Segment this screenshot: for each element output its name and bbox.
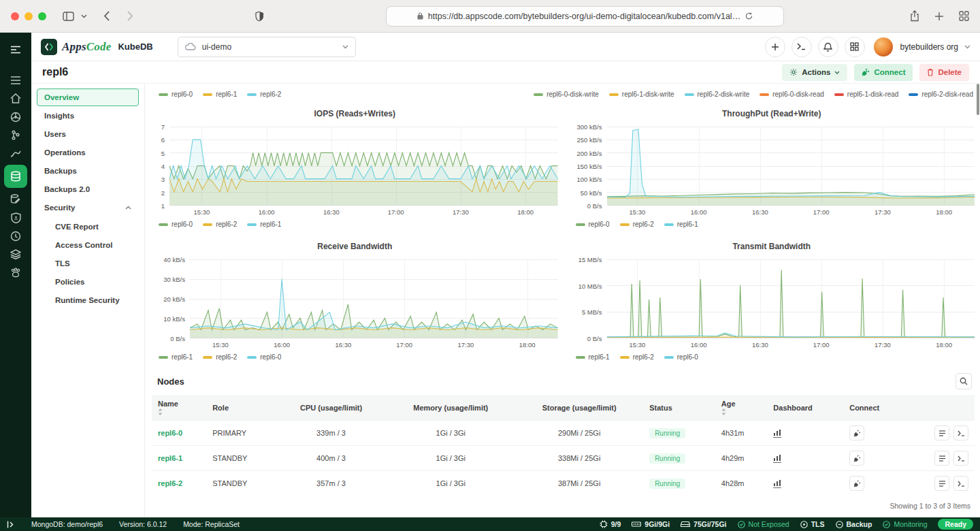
- org-name[interactable]: bytebuilders org: [900, 42, 958, 52]
- search-button[interactable]: [956, 373, 972, 389]
- column-header-name[interactable]: Name: [152, 395, 206, 421]
- connect-plug-button[interactable]: [849, 425, 864, 440]
- legend-item[interactable]: repl6-2-disk-read: [909, 91, 973, 98]
- legend-item[interactable]: repl6-2: [203, 353, 237, 361]
- rail-item-discovery[interactable]: [0, 227, 31, 245]
- dashboard-chart-icon[interactable]: [773, 454, 781, 463]
- new-tab-icon[interactable]: [934, 12, 944, 21]
- rail-item-database-current[interactable]: [4, 165, 27, 188]
- rail-item-security[interactable]: [0, 208, 31, 227]
- legend-item[interactable]: repl6-1: [247, 221, 281, 228]
- legend-item[interactable]: repl6-0-disk-write: [534, 91, 599, 98]
- sidebar-item-backups-2[interactable]: Backups 2.0: [37, 180, 139, 198]
- minimize-window-button[interactable]: [24, 12, 33, 20]
- menu-toggle-icon[interactable]: [0, 40, 31, 59]
- node-name-link[interactable]: repl6-2: [158, 479, 182, 487]
- legend-item[interactable]: repl6-0: [159, 221, 193, 228]
- chevron-down-icon[interactable]: [964, 45, 970, 49]
- sidebar-item-runtime-security[interactable]: Runtime Security: [37, 291, 139, 309]
- legend-item[interactable]: repl6-1: [159, 353, 193, 361]
- column-header-age[interactable]: Age: [715, 395, 768, 421]
- connect-plug-button[interactable]: [849, 476, 864, 491]
- column-header-status[interactable]: Status: [643, 395, 715, 421]
- apps-grid-button[interactable]: [845, 37, 865, 57]
- rail-item-kubernetes[interactable]: [0, 108, 31, 126]
- sidebar-item-overview[interactable]: Overview: [37, 88, 139, 106]
- address-bar[interactable]: https://db.appscode.com/bytebuilders-org…: [386, 6, 784, 27]
- legend-item[interactable]: repl6-0: [247, 353, 281, 361]
- column-header-dashboard[interactable]: Dashboard: [767, 395, 843, 421]
- node-name-link[interactable]: repl6-0: [158, 429, 182, 437]
- column-header-memory[interactable]: Memory (usage/limit): [386, 395, 515, 421]
- brand[interactable]: AppsCode KubeDB: [41, 39, 153, 55]
- legend-item[interactable]: repl6-2: [620, 221, 654, 228]
- column-header-cpu[interactable]: CPU (usage/limit): [276, 395, 387, 421]
- sidebar-item-backups[interactable]: Backups: [37, 162, 139, 180]
- notifications-bell-button[interactable]: [818, 37, 838, 57]
- connect-plug-button[interactable]: [849, 451, 864, 466]
- scrollbar-thumb[interactable]: [977, 84, 979, 115]
- logs-button[interactable]: [934, 425, 949, 440]
- zoom-window-button[interactable]: [38, 12, 46, 20]
- sidebar-item-cve-report[interactable]: CVE Report: [37, 217, 139, 236]
- forward-button[interactable]: [127, 11, 133, 21]
- shell-button[interactable]: [953, 476, 968, 491]
- sidebar-item-users[interactable]: Users: [37, 125, 139, 143]
- legend-item[interactable]: repl6-0: [159, 91, 193, 98]
- logs-button[interactable]: [934, 476, 949, 491]
- org-avatar[interactable]: [874, 37, 893, 57]
- column-header-storage[interactable]: Storage (usage/limit): [515, 395, 643, 421]
- legend-item[interactable]: repl6-1-disk-write: [609, 91, 674, 98]
- shell-button[interactable]: [953, 451, 968, 466]
- legend-item[interactable]: repl6-2: [620, 353, 654, 361]
- legend-item[interactable]: repl6-2-disk-write: [685, 91, 750, 98]
- sidebar-toggle-icon[interactable]: [63, 12, 74, 21]
- close-window-button[interactable]: [11, 12, 19, 20]
- sort-icon[interactable]: [158, 408, 200, 415]
- chevron-down-icon[interactable]: [81, 14, 87, 18]
- legend-item[interactable]: repl6-1: [203, 91, 237, 98]
- legend-item[interactable]: repl6-0: [576, 221, 610, 228]
- rail-item-workloads[interactable]: [0, 126, 31, 144]
- shell-button[interactable]: [953, 425, 968, 440]
- dashboard-chart-icon[interactable]: [773, 429, 781, 438]
- legend-item[interactable]: repl6-0-disk-read: [760, 91, 824, 98]
- create-button[interactable]: [765, 37, 785, 57]
- rail-item-apps[interactable]: [0, 263, 31, 282]
- rail-item-home[interactable]: [0, 89, 31, 108]
- actions-button[interactable]: Actions: [782, 64, 847, 81]
- back-button[interactable]: [103, 11, 110, 21]
- legend-item[interactable]: repl6-1: [576, 353, 610, 361]
- dashboard-chart-icon[interactable]: [773, 479, 781, 488]
- reload-icon[interactable]: [745, 12, 753, 20]
- legend-item[interactable]: repl6-1-disk-read: [834, 91, 899, 98]
- sidebar-item-policies[interactable]: Policies: [37, 272, 139, 291]
- privacy-shield-icon[interactable]: [255, 11, 264, 22]
- connect-button[interactable]: Connect: [854, 64, 913, 81]
- column-header-role[interactable]: Role: [206, 395, 276, 421]
- sidebar-item-insights[interactable]: Insights: [37, 107, 139, 125]
- column-header-connect[interactable]: Connect: [843, 395, 906, 421]
- terminal-button[interactable]: [791, 37, 812, 57]
- sidebar-item-tls[interactable]: TLS: [37, 254, 139, 272]
- rail-item-metrics[interactable]: [0, 144, 31, 163]
- sort-icon[interactable]: [721, 408, 762, 415]
- rail-item-databases[interactable]: [0, 71, 31, 89]
- legend-item[interactable]: repl6-2: [247, 91, 281, 98]
- sidebar-item-security[interactable]: Security: [37, 199, 139, 216]
- legend-swatch: [203, 223, 212, 226]
- legend-item[interactable]: repl6-0: [664, 353, 698, 361]
- panel-expand-icon[interactable]: [7, 521, 15, 528]
- project-selector[interactable]: ui-demo: [178, 37, 356, 57]
- delete-button[interactable]: Delete: [919, 64, 969, 81]
- sidebar-item-access-control[interactable]: Access Control: [37, 236, 139, 254]
- tab-overview-icon[interactable]: [959, 11, 969, 21]
- rail-item-layers[interactable]: [0, 245, 31, 263]
- rail-item-backup[interactable]: [0, 190, 31, 208]
- sidebar-item-operations[interactable]: Operations: [37, 144, 139, 161]
- share-icon[interactable]: [910, 10, 919, 22]
- node-name-link[interactable]: repl6-1: [158, 454, 182, 462]
- legend-item[interactable]: repl6-2: [203, 221, 237, 228]
- logs-button[interactable]: [934, 451, 949, 466]
- legend-item[interactable]: repl6-1: [664, 221, 698, 228]
